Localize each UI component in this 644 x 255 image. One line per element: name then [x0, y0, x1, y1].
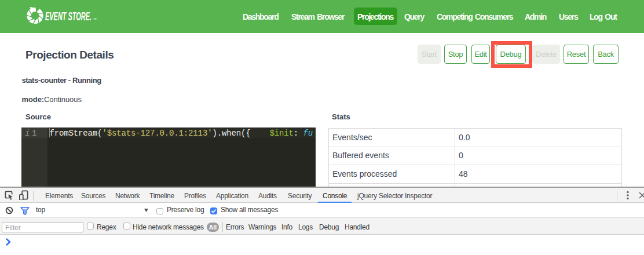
svg-text:TM: TM	[93, 18, 96, 20]
svg-text:EVENT STORE.: EVENT STORE.	[45, 10, 92, 23]
